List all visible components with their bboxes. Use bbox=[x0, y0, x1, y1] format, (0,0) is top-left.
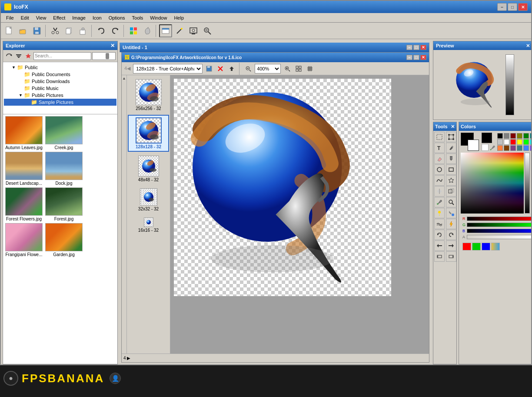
minimize-button[interactable]: – bbox=[497, 3, 507, 11]
tool-clone[interactable] bbox=[446, 186, 456, 197]
tree-item-public-documents[interactable]: 📁 Public Documents bbox=[4, 71, 116, 78]
brightness-bar[interactable] bbox=[525, 153, 530, 214]
color-cell[interactable] bbox=[497, 133, 503, 139]
blue-slider-track[interactable] bbox=[467, 229, 532, 233]
color-eyedropper-icon[interactable] bbox=[489, 144, 496, 151]
editor-canvas-area[interactable] bbox=[170, 75, 429, 354]
tool-mirror[interactable] bbox=[434, 186, 445, 197]
tool-warp[interactable] bbox=[434, 219, 445, 229]
color-cell[interactable] bbox=[510, 133, 516, 139]
color-cell[interactable] bbox=[517, 133, 522, 139]
menu-options[interactable]: Options bbox=[105, 14, 129, 21]
screen-capture-button[interactable] bbox=[187, 24, 200, 37]
color-cell[interactable] bbox=[504, 145, 509, 151]
tool-move-left[interactable] bbox=[434, 240, 445, 251]
magic-wand-button[interactable] bbox=[173, 24, 186, 37]
color-cell[interactable] bbox=[497, 139, 503, 145]
undo-button[interactable] bbox=[95, 24, 108, 37]
explorer-slider[interactable] bbox=[92, 52, 116, 60]
color-cell[interactable] bbox=[517, 145, 522, 151]
redo-button[interactable] bbox=[109, 24, 122, 37]
scroll-up-arrow[interactable]: ▲ bbox=[122, 76, 126, 80]
open-button[interactable] bbox=[17, 24, 30, 37]
pixel-grid-btn[interactable] bbox=[305, 64, 315, 73]
tool-light[interactable] bbox=[434, 208, 445, 218]
tool-rect[interactable] bbox=[446, 164, 456, 175]
tree-item-public-downloads[interactable]: 📁 Public Downloads bbox=[4, 78, 116, 85]
color-cell[interactable] bbox=[530, 133, 532, 139]
explorer-search-input[interactable] bbox=[33, 52, 91, 60]
color-cell[interactable] bbox=[497, 145, 503, 151]
red-slider-track[interactable] bbox=[467, 217, 532, 221]
doc-close-button[interactable]: ✕ bbox=[420, 45, 426, 50]
list-item[interactable]: Desert Landscap... bbox=[5, 152, 43, 186]
explorer-fav-button[interactable] bbox=[24, 51, 33, 61]
color-cell[interactable] bbox=[523, 133, 529, 139]
tool-brush[interactable] bbox=[446, 153, 456, 164]
user-circle-icon[interactable]: 👤 bbox=[110, 373, 121, 384]
explorer-filter-button[interactable] bbox=[14, 51, 23, 61]
doc-maximize-button[interactable]: □ bbox=[413, 45, 419, 50]
list-item[interactable]: Frangipani Flowe... bbox=[5, 223, 43, 257]
tool-circle[interactable] bbox=[434, 164, 445, 175]
color-cell[interactable] bbox=[504, 139, 509, 145]
color-mode-b[interactable] bbox=[482, 243, 490, 250]
zoom-out-btn[interactable] bbox=[243, 64, 253, 73]
color-mode-r[interactable] bbox=[462, 243, 471, 250]
tree-item-public-pictures[interactable]: ▼ 📁 Public Pictures bbox=[4, 92, 116, 99]
tools-close-button[interactable]: ✕ bbox=[451, 124, 455, 130]
icon-export-btn[interactable] bbox=[227, 64, 236, 73]
apple-button[interactable] bbox=[141, 24, 154, 37]
icon-editor-minimize[interactable]: – bbox=[406, 55, 412, 60]
paste-button[interactable] bbox=[76, 24, 90, 37]
menu-window[interactable]: Window bbox=[146, 14, 170, 21]
color-cell[interactable] bbox=[510, 145, 516, 151]
zoom-in-btn[interactable] bbox=[283, 64, 292, 73]
tool-rotate-right[interactable] bbox=[446, 230, 456, 240]
tree-item-sample-pictures[interactable]: 📁 Sample Pictures bbox=[4, 99, 116, 106]
tool-text[interactable]: T bbox=[434, 143, 445, 153]
alpha-slider-track[interactable] bbox=[467, 235, 532, 239]
tool-curve[interactable] bbox=[434, 175, 445, 186]
icon-save-btn[interactable] bbox=[204, 64, 214, 73]
explorer-close-button[interactable]: ✕ bbox=[110, 43, 115, 49]
tool-magnify[interactable] bbox=[446, 197, 456, 207]
icon-editor-close[interactable]: ✕ bbox=[420, 55, 426, 60]
icon-delete-btn[interactable] bbox=[216, 64, 225, 73]
doc-minimize-button[interactable]: – bbox=[406, 45, 412, 50]
list-item[interactable]: Creek.jpg bbox=[45, 116, 83, 150]
menu-file[interactable]: File bbox=[3, 14, 17, 21]
icon-size-16[interactable]: 16x16 - 32 bbox=[128, 215, 169, 235]
grid-btn[interactable] bbox=[294, 64, 303, 73]
maximize-button[interactable]: □ bbox=[508, 3, 517, 11]
icon-size-256[interactable]: 256x256 - 32 bbox=[128, 77, 169, 113]
color-background[interactable] bbox=[468, 140, 479, 151]
color-cell[interactable] bbox=[523, 145, 529, 151]
color-cell[interactable] bbox=[530, 145, 532, 151]
color-white-swatch[interactable] bbox=[482, 144, 489, 151]
windows-button[interactable] bbox=[127, 24, 140, 37]
color-cell[interactable] bbox=[504, 133, 509, 139]
list-item[interactable]: Forest Flowers.jpg bbox=[5, 187, 43, 221]
new-button[interactable] bbox=[3, 24, 16, 37]
list-item[interactable]: Dock.jpg bbox=[45, 152, 83, 186]
zoom-button[interactable] bbox=[201, 24, 214, 37]
list-item[interactable]: Garden.jpg bbox=[45, 223, 83, 257]
color-cell[interactable] bbox=[530, 139, 532, 145]
tool-deform-left[interactable] bbox=[434, 251, 445, 262]
size-dropdown[interactable]: 128x128 - True Color+Alpha 256x256 - Tru… bbox=[133, 64, 203, 73]
menu-effect[interactable]: Effect bbox=[50, 14, 69, 21]
close-button[interactable]: ✕ bbox=[518, 3, 528, 11]
color-mode-hsb[interactable] bbox=[491, 243, 500, 250]
color-cell[interactable] bbox=[510, 139, 516, 145]
tool-move-right[interactable] bbox=[446, 240, 456, 251]
list-item[interactable]: Autumn Leaves.jpg bbox=[5, 116, 43, 150]
menu-help[interactable]: Help bbox=[170, 14, 187, 21]
list-item[interactable]: Forest.jpg bbox=[45, 187, 83, 221]
cut-button[interactable] bbox=[49, 24, 62, 37]
tool-pencil[interactable] bbox=[446, 143, 456, 153]
zoom-select[interactable]: 400% 200% 100% 50% bbox=[255, 64, 281, 73]
menu-image[interactable]: Image bbox=[69, 14, 89, 21]
tool-eraser[interactable] bbox=[434, 153, 445, 164]
icon-size-48[interactable]: 48x48 - 32 bbox=[128, 153, 169, 184]
